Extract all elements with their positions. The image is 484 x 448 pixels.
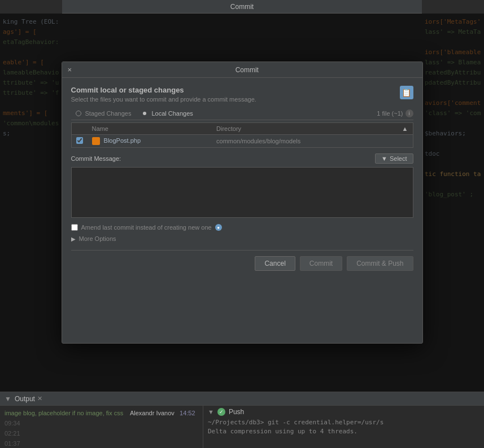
file-directory-cell: common/modules/blog/models xyxy=(212,135,412,148)
dialog-header: × Commit xyxy=(62,62,422,78)
action-buttons: Cancel Commit Commit & Push xyxy=(71,250,413,271)
cancel-button[interactable]: Cancel xyxy=(255,256,295,271)
outer-dialog-container: × Commit Commit local or staged changes … xyxy=(0,14,484,392)
file-checkbox[interactable] xyxy=(76,137,83,144)
commit-icon: 📋 xyxy=(400,86,413,99)
file-count-badge: 1 file (~1) i xyxy=(377,109,413,117)
commit-message-section: Commit Message: ▼ Select xyxy=(71,153,413,219)
commit-message-label: Commit Message: xyxy=(71,155,121,162)
dialog-close-button[interactable]: × xyxy=(68,65,72,74)
select-button[interactable]: ▼ Select xyxy=(375,153,413,164)
output-title: Output xyxy=(15,395,35,403)
commit-message-label-row: Commit Message: ▼ Select xyxy=(71,153,413,164)
commit-dialog-title: Commit local or staged changes xyxy=(71,86,256,94)
git-time: 02:21 xyxy=(5,430,20,437)
top-bar: × Commit xyxy=(0,0,484,14)
git-time: 14:52 xyxy=(180,410,195,416)
col-name-header[interactable]: Name xyxy=(88,123,212,135)
file-count-info-icon[interactable]: i xyxy=(405,109,413,117)
commit-info-header: Commit local or staged changes Select th… xyxy=(71,86,413,103)
commit-dialog-subtitle: Select the files you want to commit and … xyxy=(71,96,256,103)
git-commit-row: 02:21 xyxy=(5,428,198,438)
git-commit-row: 01:37 xyxy=(5,438,198,448)
amend-info-icon[interactable]: ● xyxy=(215,224,222,231)
tabs-row: Staged Changes Local Changes 1 file (~1)… xyxy=(71,108,413,120)
git-author-name: Alexandr Ivanov xyxy=(130,410,175,416)
push-success-icon: ✓ xyxy=(217,408,225,416)
file-table-wrapper: Name Directory ▲ xyxy=(71,122,413,148)
more-options-row[interactable]: ▶ More Options xyxy=(71,235,413,242)
dialog-title: Commit xyxy=(77,66,416,74)
commit-push-button[interactable]: Commit & Push xyxy=(347,256,413,271)
commit-button[interactable]: Commit xyxy=(300,256,342,271)
amend-row: Amend last commit instead of creating ne… xyxy=(71,224,413,231)
sort-arrow-icon: ▲ xyxy=(402,125,408,132)
table-header-row: Name Directory ▲ xyxy=(72,123,413,135)
output-content: image blog, placeholder if no image, fix… xyxy=(0,406,484,448)
push-label: Push xyxy=(229,408,244,416)
more-options-label: More Options xyxy=(79,235,116,242)
amend-label: Amend last commit instead of creating ne… xyxy=(81,224,212,231)
output-header: ▼ Output ✕ xyxy=(0,392,484,406)
git-commit-row: image blog, placeholder if no image, fix… xyxy=(5,408,198,418)
local-changes-label: Local Changes xyxy=(151,110,193,117)
file-directory-text: common/modules/blog/models xyxy=(216,138,300,144)
file-checkbox-cell[interactable] xyxy=(72,135,88,148)
tab-staged-changes[interactable]: Staged Changes xyxy=(71,108,136,118)
push-detail2: Delta compression using up to 4 threads. xyxy=(208,427,479,436)
file-count-text: 1 file (~1) xyxy=(377,110,403,117)
file-type-icon xyxy=(92,137,100,145)
file-name-text: BlogPost.php xyxy=(104,137,141,144)
table-row[interactable]: BlogPost.php common/modules/blog/models xyxy=(72,135,413,148)
chevron-right-icon: ▶ xyxy=(71,236,76,242)
file-name-cell: BlogPost.php xyxy=(88,135,212,148)
staged-changes-label: Staged Changes xyxy=(85,110,132,117)
top-bar-title: Commit xyxy=(15,3,469,11)
tab-local-changes[interactable]: Local Changes xyxy=(137,108,197,118)
commit-message-textarea[interactable] xyxy=(71,167,413,218)
push-header: ▼ ✓ Push xyxy=(208,408,479,416)
git-time: 09:34 xyxy=(5,420,20,427)
dropdown-arrow-icon: ▼ xyxy=(381,155,387,162)
bottom-panel: ▼ Output ✕ image blog, placeholder if no… xyxy=(0,392,484,448)
amend-checkbox[interactable] xyxy=(71,224,78,231)
git-time: 01:37 xyxy=(5,440,20,447)
dialog-body: Commit local or staged changes Select th… xyxy=(62,78,422,279)
select-button-label: Select xyxy=(390,155,407,162)
git-commit-row: 09:34 xyxy=(5,418,198,428)
commit-dialog: × Commit Commit local or staged changes … xyxy=(62,62,423,344)
col-checkbox-header xyxy=(72,123,88,135)
file-table: Name Directory ▲ xyxy=(72,123,413,147)
col-directory-header[interactable]: Directory ▲ xyxy=(212,123,412,135)
git-log-panel: image blog, placeholder if no image, fix… xyxy=(0,406,203,448)
push-detail: ~/Projects/db3> git -c credential.helper… xyxy=(208,418,479,427)
push-output-panel: ▼ ✓ Push ~/Projects/db3> git -c credenti… xyxy=(203,406,484,448)
